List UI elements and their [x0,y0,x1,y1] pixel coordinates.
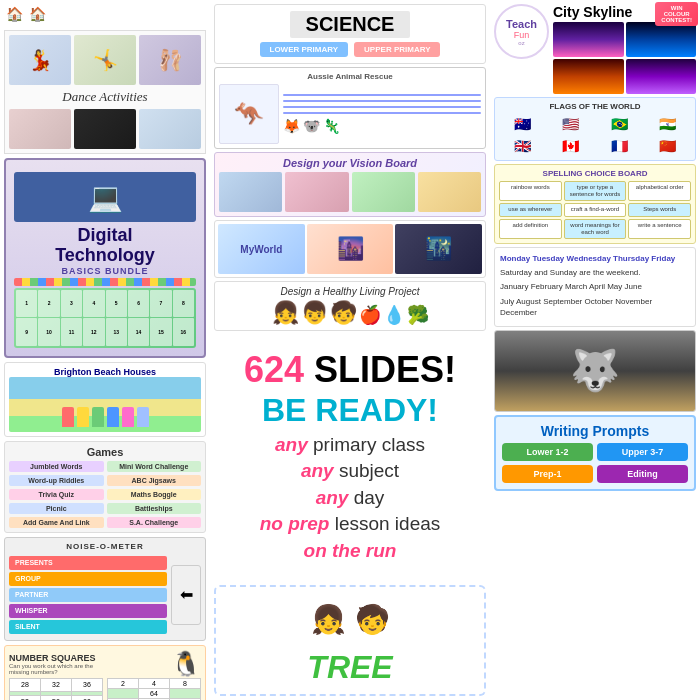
right-column: WIN COLOUR CONTEST! Teach Fun oz City Sk… [490,0,700,700]
game-item-trivia[interactable]: Trivia Quiz [9,489,104,500]
ns-cell: 28 [10,678,41,691]
worksheet-title: Aussie Animal Rescue [219,72,481,81]
world-section: FLAGS OF THE WORLD 🇦🇺 🇺🇸 🇧🇷 🇮🇳 🇬🇧 🇨🇦 🇫🇷 … [494,97,696,161]
flags-grid: 🇦🇺 🇺🇸 🇧🇷 🇮🇳 🇬🇧 🇨🇦 🇫🇷 🇨🇳 [499,114,691,156]
healthy-living-title: Design a Healthy Living Project [219,286,481,297]
prep1-button[interactable]: Prep-1 [502,465,593,483]
vb-image-2 [285,172,348,212]
tagline: any primary class any subject any day no… [260,432,441,565]
days-months-section: Monday Tuesday Wednesday Thursday Friday… [494,247,696,327]
game-item-challenge[interactable]: S.A. Challenge [107,517,202,528]
primary-class: primary class [308,434,425,455]
hl-food-water: 💧 [383,304,405,326]
pixel-bar [14,278,196,286]
flag-uk: 🇬🇧 [499,136,546,156]
game-item-wordridge[interactable]: Word-up Riddles [9,475,104,486]
home-icon[interactable]: 🏠 [4,4,24,24]
ns-cell: 52 [10,695,41,700]
game-item-maths[interactable]: Maths Boggle [107,489,202,500]
vb-image-1 [219,172,282,212]
myworld-image-2: 🌆 [307,224,394,274]
hl-char-2: 👦 [301,300,328,326]
lower-primary-button[interactable]: LOWER PRIMARY [260,42,349,57]
months-line3: January February March April May June [500,281,690,292]
days-line2: Saturday and Sunday are the weekend. [500,267,690,278]
brighton-image [9,377,201,432]
vision-board-section: Design your Vision Board [214,152,486,217]
game-item-jumbled[interactable]: Jumbled Words [9,461,104,472]
spell-cell-4: use as wherever [499,203,562,216]
ns-cell: 64 [139,688,170,698]
city-image-4 [626,59,697,94]
contest-badge: WIN COLOUR CONTEST! [655,2,698,26]
ns-cell: 32 [41,678,72,691]
months-line4: July August September October November D… [500,296,690,318]
games-title: Games [9,446,201,458]
ns-cell: 4 [139,678,170,688]
hl-char-3: 🧒 [330,300,357,326]
spell-cell-6: Steps words [628,203,691,216]
dance-title: Dance Activities [9,89,201,105]
healthy-living-section: Design a Healthy Living Project 👧 👦 🧒 🍎 … [214,281,486,331]
day: day [348,487,384,508]
upper-primary-button[interactable]: UPPER PRIMARY [354,42,440,57]
worksheet-line [283,100,481,102]
upper37-button[interactable]: Upper 3-7 [597,443,688,461]
spell-cell-5: craft a find-a-word [564,203,627,216]
lower12-button[interactable]: Lower 1-2 [502,443,593,461]
ns-cell: 36 [72,678,103,691]
worksheet-image: 🦘 [219,84,279,144]
tree-char-1: 👧 [308,595,348,645]
subject: subject [334,460,399,481]
healthy-living-images: 👧 👦 🧒 🍎 💧 🥦 [219,300,481,326]
myworld-images: MyWorld 🌆 🌃 [218,224,482,274]
game-item-battleships[interactable]: Battleships [107,503,202,514]
spelling-title: SPELLING CHOICE BOARD [499,169,691,178]
tree-char-2: 🧒 [352,595,392,645]
hl-food-veggie: 🥦 [407,304,429,326]
spelling-section: SPELLING CHOICE BOARD rainbow words type… [494,164,696,244]
noise-bar-silent: SILENT [9,620,167,634]
days-header: Monday Tuesday Wednesday Thursday Friday [500,253,690,264]
main-container: 🏠 🏠 💃 🤸 🩰 Dance Activities 💻 Digit [0,0,700,700]
on-the-run: on the run [304,540,397,561]
contest-line3: CONTEST! [661,17,692,23]
home-icon-2[interactable]: 🏠 [27,4,47,24]
spell-cell-3: alphabetical order [628,181,691,201]
editing-button[interactable]: Editing [597,465,688,483]
noise-meter-gauge: ⬅ [171,565,201,625]
vb-image-3 [352,172,415,212]
games-section: Games Jumbled Words Mini Word Challenge … [4,441,206,533]
beach-hut [137,407,149,427]
ns-table-2: 2 4 8 64 128 256 512 [107,678,201,700]
dance-image-4 [9,109,71,149]
number-grid: 1 2 3 4 5 6 7 8 9 10 11 12 13 14 15 16 [14,288,196,348]
ns-cell-blank [108,688,139,698]
writing-prompts-section: Writing Prompts Lower 1-2 Upper 3-7 Prep… [494,415,696,491]
game-item-abc[interactable]: ABC Jigsaws [107,475,202,486]
dance-image-3: 🩰 [139,35,201,85]
worksheet-line [283,106,481,108]
worksheet-line [283,112,481,114]
worksheet-lines: 🦊 🐨 🦎 [283,84,481,144]
worksheet-section: Aussie Animal Rescue 🦘 🦊 🐨 🦎 [214,67,486,149]
worksheet-line [283,94,481,96]
left-column: 🏠 🏠 💃 🤸 🩰 Dance Activities 💻 Digit [0,0,210,700]
any-1: any [275,434,308,455]
game-item-miniword[interactable]: Mini Word Challenge [107,461,202,472]
science-label: SCIENCE [290,11,411,38]
ns-cell: 8 [170,678,201,688]
fun-text: Fun [514,30,530,40]
game-item-add[interactable]: Add Game And Link [9,517,104,528]
world-title: FLAGS OF THE WORLD [499,102,691,111]
digital-tech-subtitle: BASICS BUNDLE [14,266,196,276]
be-ready-text: BE READY! [262,394,438,426]
science-buttons: LOWER PRIMARY UPPER PRIMARY [221,42,479,57]
teach-text: Teach [506,18,537,30]
game-item-picnic[interactable]: Picnic [9,503,104,514]
spell-cell-1: rainbow words [499,181,562,201]
noise-bar-group: GROUP [9,572,167,586]
main-text-section: 624 SLIDES! BE READY! any primary class … [214,334,486,582]
spell-cell-8: word meanings for each word [564,219,627,239]
worksheet-animals: 🦊 🐨 🦎 [283,118,481,134]
